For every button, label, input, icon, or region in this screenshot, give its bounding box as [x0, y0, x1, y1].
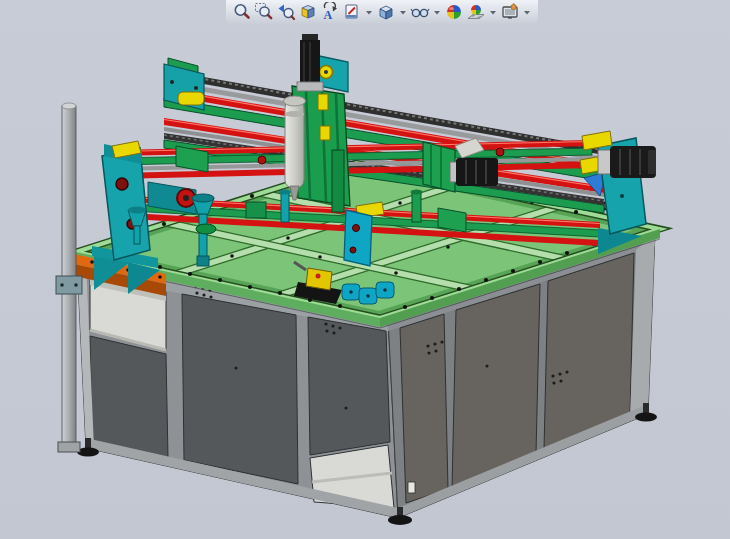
- view-orientation-icon: [342, 2, 362, 22]
- dynamic-annotation-views-icon: A: [320, 2, 340, 22]
- view-settings-dropdown[interactable]: [522, 2, 532, 22]
- previous-view-button[interactable]: [276, 2, 296, 22]
- spindle: [284, 96, 306, 200]
- view-orientation-button[interactable]: [342, 2, 362, 22]
- section-view-button[interactable]: [298, 2, 318, 22]
- solidworks-window: A: [0, 0, 730, 539]
- svg-text:A: A: [324, 8, 333, 22]
- fixture-post: [411, 190, 423, 222]
- hide-show-items-icon: [410, 2, 430, 22]
- zoom-to-fit-button[interactable]: [232, 2, 252, 22]
- pole-base: [58, 442, 80, 452]
- section-view-icon: [298, 2, 318, 22]
- hide-show-items-dropdown[interactable]: [432, 2, 442, 22]
- pole-clamp: [56, 276, 82, 294]
- zoom-to-area-button[interactable]: [254, 2, 274, 22]
- apply-scene-button[interactable]: [466, 2, 486, 22]
- previous-view-icon: [276, 2, 296, 22]
- 3d-viewport[interactable]: [0, 0, 730, 539]
- view-orientation-dropdown[interactable]: [364, 2, 374, 22]
- display-style-button[interactable]: [376, 2, 396, 22]
- zoom-to-fit-icon: [232, 2, 252, 22]
- display-style-dropdown[interactable]: [398, 2, 408, 22]
- dropdown-arrow-icon: [522, 2, 532, 22]
- edit-appearance-icon: [444, 2, 464, 22]
- dropdown-arrow-icon: [432, 2, 442, 22]
- hide-show-items-button[interactable]: [410, 2, 430, 22]
- dropdown-arrow-icon: [364, 2, 374, 22]
- dropdown-arrow-icon: [398, 2, 408, 22]
- zoom-to-area-icon: [254, 2, 274, 22]
- display-style-icon: [376, 2, 396, 22]
- cabinet-label: [408, 482, 415, 493]
- view-settings-icon: [500, 2, 520, 22]
- fixture-pipe: [279, 189, 291, 222]
- heads-up-view-toolbar: A: [226, 0, 538, 25]
- dynamic-annotation-views-button[interactable]: A: [320, 2, 340, 22]
- apply-scene-icon: [466, 2, 486, 22]
- apply-scene-dropdown[interactable]: [488, 2, 498, 22]
- dropdown-arrow-icon: [488, 2, 498, 22]
- edit-appearance-button[interactable]: [444, 2, 464, 22]
- view-settings-button[interactable]: [500, 2, 520, 22]
